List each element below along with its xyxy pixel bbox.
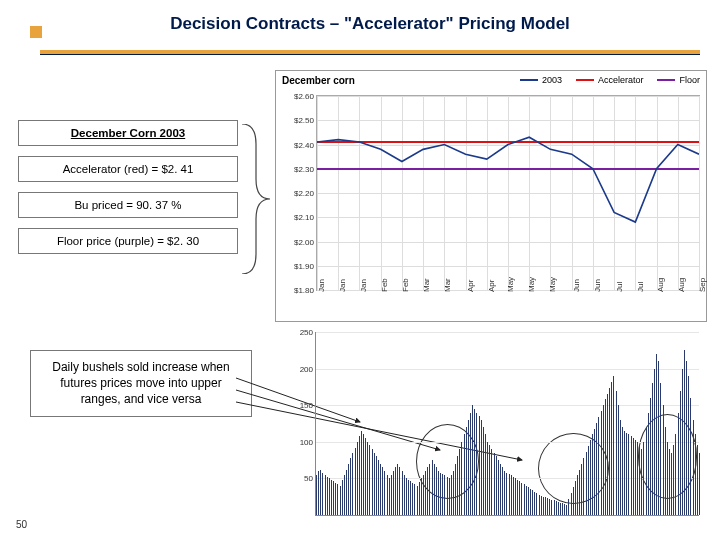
callout-bu-priced: Bu priced = 90. 37 %	[18, 192, 238, 218]
swatch	[576, 79, 594, 81]
chart-price-title: December corn	[282, 75, 355, 86]
callout-stack: December Corn 2003 Accelerator (red) = $…	[18, 120, 238, 264]
legend-floor: Floor	[657, 75, 700, 85]
swatch	[520, 79, 538, 81]
legend-2003: 2003	[520, 75, 562, 85]
callout-explanation: Daily bushels sold increase when futures…	[30, 350, 252, 417]
slide-title: Decision Contracts – "Accelerator" Prici…	[40, 14, 700, 34]
chart-price: December corn 2003 Accelerator Floor $1.…	[275, 70, 707, 322]
title-underline	[40, 50, 700, 56]
callout-floor: Floor price (purple) = $2. 30	[18, 228, 238, 254]
callout-heading: December Corn 2003	[18, 120, 238, 146]
chart-bushels: 50100150200250	[275, 328, 705, 528]
legend-accelerator: Accelerator	[576, 75, 644, 85]
swatch	[657, 79, 675, 81]
curly-brace-icon	[238, 124, 272, 274]
page-number: 50	[16, 519, 27, 530]
callout-accelerator: Accelerator (red) = $2. 41	[18, 156, 238, 182]
chart-price-legend: 2003 Accelerator Floor	[520, 75, 700, 85]
